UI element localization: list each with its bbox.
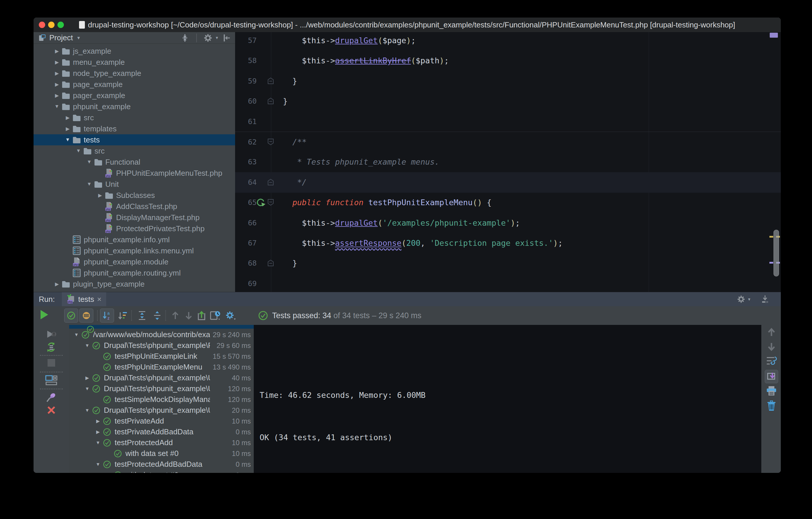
sort-by-duration-icon[interactable] <box>116 308 130 323</box>
close-tab-icon[interactable] <box>33 406 69 415</box>
chevron-expanded-icon[interactable]: ▼ <box>82 408 92 413</box>
chevron-down-icon[interactable]: ▼ <box>77 35 81 40</box>
chevron-collapsed-icon[interactable]: ▶ <box>53 81 61 88</box>
zoom-window-icon[interactable] <box>57 22 64 28</box>
test-result-row[interactable]: ▼/var/www/web/modules/contrib/exa29 s 24… <box>69 329 254 340</box>
chevron-collapsed-icon[interactable]: ▶ <box>53 59 61 65</box>
line-number[interactable]: 58 <box>235 51 257 71</box>
project-tree-row[interactable]: ▶js_example <box>33 46 235 57</box>
line-number[interactable]: 68 <box>235 253 257 274</box>
chevron-expanded-icon[interactable]: ▼ <box>93 462 103 467</box>
project-tree-row[interactable]: ▶pager_example <box>33 90 235 101</box>
editor-scrollbar[interactable] <box>774 230 779 276</box>
code-line[interactable]: 59 } <box>235 71 781 91</box>
rerun-failed-tests-icon[interactable] <box>33 329 69 339</box>
project-tree-row[interactable]: phpphpunit_example.module <box>33 256 235 267</box>
line-number[interactable]: 63 <box>235 152 257 172</box>
chevron-collapsed-icon[interactable]: ▶ <box>93 418 103 424</box>
chevron-expanded-icon[interactable]: ▼ <box>85 181 94 187</box>
chevron-collapsed-icon[interactable]: ▶ <box>53 70 61 77</box>
project-tree-row[interactable]: phpunit_example.info.yml <box>33 234 235 245</box>
chevron-expanded-icon[interactable]: ▼ <box>63 137 72 143</box>
project-tree-row[interactable]: ▼Functional <box>33 157 235 168</box>
close-tab-icon[interactable]: × <box>97 295 102 304</box>
test-result-row[interactable]: ▼Drupal\Tests\phpunit_example\Unit\P20 m… <box>69 405 254 416</box>
code-line[interactable]: 65 public function testPhpUnitExampleMen… <box>235 192 781 213</box>
test-results-root-row[interactable] <box>69 325 254 329</box>
chevron-down-icon[interactable]: ▼ <box>215 36 219 40</box>
fold-start-icon[interactable] <box>267 199 274 206</box>
run-console[interactable]: Time: 46.62 seconds, Memory: 6.00MBOK (3… <box>254 325 761 473</box>
chevron-collapsed-icon[interactable]: ▶ <box>96 192 105 198</box>
project-tree-row[interactable]: ▶plugin_type_example <box>33 278 235 290</box>
code-line[interactable]: 60} <box>235 91 781 111</box>
soft-wrap-icon[interactable] <box>761 356 781 366</box>
previous-failed-icon[interactable] <box>168 308 182 323</box>
project-tree-row[interactable]: phpProtectedPrivatesTest.php <box>33 223 235 234</box>
project-tree-row[interactable]: ▶node_type_example <box>33 68 235 79</box>
sort-alphabetically-toggle[interactable]: az <box>100 308 114 323</box>
code-line[interactable]: 66 $this->drupalGet('/examples/phpunit-e… <box>235 213 781 233</box>
pin-tab-icon[interactable] <box>33 392 69 403</box>
project-tree-row[interactable]: ▶src <box>33 112 235 123</box>
down-stacktrace-icon[interactable] <box>761 342 781 352</box>
hide-panel-icon[interactable] <box>761 295 769 304</box>
code-editor[interactable]: 57 $this->drupalGet($page);58 $this->ass… <box>235 32 781 292</box>
fold-end-icon[interactable] <box>267 260 274 267</box>
code-line[interactable]: 57 $this->drupalGet($page); <box>235 32 781 51</box>
chevron-expanded-icon[interactable]: ▼ <box>93 440 103 445</box>
line-number[interactable]: 67 <box>235 233 257 253</box>
line-number[interactable]: 64 <box>235 172 257 193</box>
minimize-window-icon[interactable] <box>48 22 55 28</box>
line-number[interactable]: 65 <box>235 192 257 213</box>
line-number[interactable]: 60 <box>235 91 257 111</box>
fold-start-icon[interactable] <box>267 138 274 145</box>
code-line[interactable]: 58 $this->assertLinkByHref($path); <box>235 51 781 71</box>
chevron-expanded-icon[interactable]: ▼ <box>71 332 81 337</box>
stop-process-icon[interactable] <box>33 358 69 367</box>
line-number[interactable]: 69 <box>235 274 257 292</box>
project-tree-row[interactable]: ▶templates <box>33 123 235 134</box>
clear-all-icon[interactable] <box>761 400 781 411</box>
chevron-collapsed-icon[interactable]: ▶ <box>63 115 72 121</box>
fold-end-icon[interactable] <box>267 77 274 84</box>
project-tree-row[interactable]: ▶page_example <box>33 79 235 90</box>
test-result-row[interactable]: with data set #00 ms <box>69 470 254 473</box>
project-tree-row[interactable]: ▶Subclasses <box>33 190 235 201</box>
code-line[interactable]: 61 <box>235 111 781 132</box>
project-tree-row[interactable]: ▼phpunit_example <box>33 101 235 112</box>
project-tree-row[interactable]: ▼Unit <box>33 179 235 190</box>
chevron-collapsed-icon[interactable]: ▶ <box>93 429 103 435</box>
restore-layout-icon[interactable] <box>33 375 69 386</box>
line-number[interactable]: 66 <box>235 213 257 233</box>
close-window-icon[interactable] <box>39 22 45 28</box>
toggle-auto-test-icon[interactable] <box>33 341 69 353</box>
test-result-row[interactable]: ▼Drupal\Tests\phpunit_example\Unit\120 m… <box>69 383 254 394</box>
chevron-collapsed-icon[interactable]: ▶ <box>53 92 61 99</box>
chevron-collapsed-icon[interactable]: ▶ <box>63 126 72 132</box>
fold-end-icon[interactable] <box>267 98 274 105</box>
project-tree-row[interactable]: phpunit_example.links.menu.yml <box>33 245 235 256</box>
fold-end-icon[interactable] <box>267 179 274 186</box>
line-number[interactable]: 62 <box>235 132 257 153</box>
line-number[interactable]: 57 <box>235 32 257 51</box>
inspection-status-badge[interactable] <box>770 33 778 38</box>
test-history-icon[interactable] <box>208 308 223 323</box>
chevron-expanded-icon[interactable]: ▼ <box>82 386 92 391</box>
project-tree-row[interactable]: ▶menu_example <box>33 57 235 68</box>
test-result-row[interactable]: testSimpleMockDisplayManager120 ms <box>69 394 254 405</box>
run-test-gutter-icon[interactable] <box>256 197 266 208</box>
print-icon[interactable] <box>761 386 781 396</box>
title-bar[interactable]: drupal-testing-workshop [~/Code/os/drupa… <box>33 18 781 32</box>
chevron-collapsed-icon[interactable]: ▶ <box>53 281 61 287</box>
test-result-row[interactable]: ▶Drupal\Tests\phpunit_example\Unit\A40 m… <box>69 373 254 383</box>
test-results-tree[interactable]: ▼/var/www/web/modules/contrib/exa29 s 24… <box>69 325 254 473</box>
settings-gear-icon[interactable] <box>224 308 238 323</box>
up-stacktrace-icon[interactable] <box>761 327 781 337</box>
code-line[interactable]: 68 } <box>235 253 781 274</box>
test-result-row[interactable]: ▶testPrivateAddBadData0 ms <box>69 427 254 437</box>
rerun-tests-icon[interactable] <box>39 309 49 320</box>
project-tree-row[interactable]: phpPHPUnitExampleMenuTest.php <box>33 168 235 179</box>
line-number[interactable]: 59 <box>235 71 257 91</box>
code-line[interactable]: 64 */ <box>235 172 781 193</box>
